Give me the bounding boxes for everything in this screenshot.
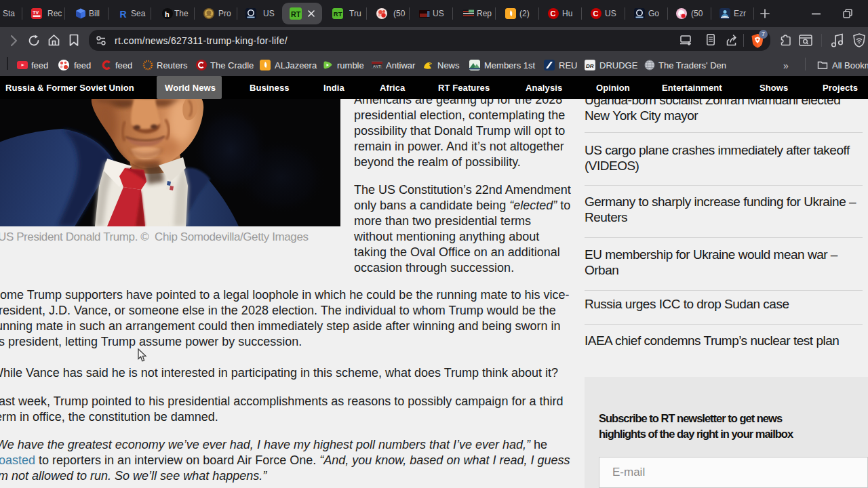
svg-text:TV: TV: [33, 10, 39, 15]
svg-text:RT: RT: [291, 10, 301, 18]
svg-text:ANTI: ANTI: [373, 64, 382, 68]
svg-text:DR: DR: [586, 63, 594, 69]
svg-text:h: h: [165, 10, 170, 18]
svg-text:R: R: [120, 9, 127, 20]
svg-text:RT: RT: [334, 10, 342, 18]
svg-text:C: C: [551, 9, 556, 18]
svg-text:C: C: [593, 9, 599, 18]
